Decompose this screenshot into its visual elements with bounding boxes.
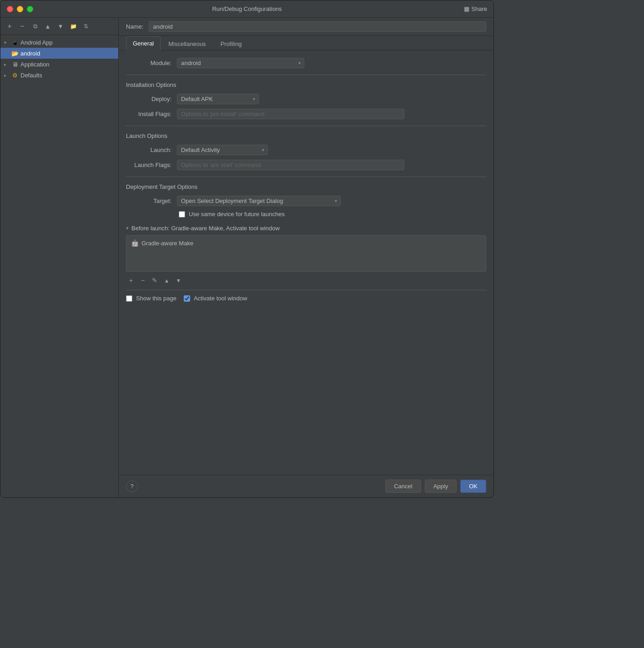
window-title: Run/Debug Configurations [212,5,282,12]
panel-content: Module: android ▾ Installation Options D… [119,51,493,475]
create-folder-button[interactable]: 📁 [68,21,79,32]
activate-tool-window-checkbox[interactable] [184,295,190,302]
launch-options-title: Launch Options [126,132,486,139]
divider-1 [126,75,486,75]
target-select[interactable]: Open Select Deployment Target Dialog [177,196,341,206]
application-icon: 🖥 [11,61,19,68]
close-button[interactable] [7,6,13,12]
divider-3 [126,177,486,177]
before-launch-remove-button[interactable]: − [138,275,148,285]
module-label: Module: [126,60,171,66]
defaults-icon: ⚙ [11,71,19,79]
tab-general[interactable]: General [126,36,161,51]
main-content: + − ⧉ ▴ ▾ 📁 ⇅ ▾ 📱 Android App 📂 android [0,18,493,497]
name-input[interactable] [149,21,486,32]
launch-label: Launch: [126,147,171,153]
use-same-device-label: Use same device for future launches [189,211,285,218]
divider-2 [126,126,486,126]
remove-configuration-button[interactable]: − [17,21,28,32]
sidebar-label-defaults: Defaults [20,72,42,79]
right-panel: Name: General Miscellaneous Profiling Mo… [119,18,493,497]
android-robot-icon: 🤖 [131,239,139,247]
add-configuration-button[interactable]: + [4,21,15,32]
bottom-bar: ? Cancel Apply OK [119,475,493,497]
bottom-left: ? [126,481,138,492]
before-launch-toolbar: + − ✎ ▴ ▾ [126,274,486,286]
ok-button[interactable]: OK [460,480,486,493]
before-launch-collapse-icon: ▾ [126,225,129,231]
before-launch-move-down-button[interactable]: ▾ [173,275,183,285]
install-flags-input[interactable] [177,109,404,119]
launch-row: Launch: Default Activity ▾ [126,145,486,155]
before-launch-add-button[interactable]: + [126,275,136,285]
module-select[interactable]: android [177,58,304,68]
before-launch-move-up-button[interactable]: ▴ [161,275,171,285]
target-select-wrapper: Open Select Deployment Target Dialog ▾ [177,196,341,206]
activate-tool-window-row: Activate tool window [184,295,247,302]
launch-select-wrapper: Default Activity ▾ [177,145,268,155]
deployment-target-title: Deployment Target Options [126,183,486,190]
module-row: Module: android ▾ [126,58,486,68]
before-launch-edit-button[interactable]: ✎ [150,275,160,285]
launch-flags-input[interactable] [177,160,404,170]
deploy-select[interactable]: Default APK [177,94,259,104]
sidebar-label-android: android [20,50,40,57]
installation-options-title: Installation Options [126,81,486,88]
android-folder-icon: 📂 [11,50,19,57]
bottom-buttons: Cancel Apply OK [385,480,486,493]
copy-configuration-button[interactable]: ⧉ [30,21,40,32]
traffic-lights [7,6,33,12]
tab-profiling[interactable]: Profiling [214,37,249,51]
show-this-page-label: Show this page [136,295,176,302]
android-app-icon: 📱 [11,39,19,46]
gradle-make-label: Gradle-aware Make [141,240,193,247]
tree-arrow-android-app: ▾ [4,40,10,45]
help-button[interactable]: ? [126,481,138,492]
sidebar-item-application[interactable]: ▸ 🖥 Application [0,59,118,70]
move-configuration-down-button[interactable]: ▾ [55,21,66,32]
sidebar-item-defaults[interactable]: ▸ ⚙ Defaults [0,70,118,81]
launch-select[interactable]: Default Activity [177,145,268,155]
apply-button[interactable]: Apply [425,480,457,493]
minimize-button[interactable] [17,6,23,12]
before-launch-header[interactable]: ▾ Before launch: Gradle-aware Make, Acti… [126,225,486,232]
module-select-wrapper: android ▾ [177,58,304,68]
name-label: Name: [126,23,143,30]
target-label: Target: [126,197,171,204]
sidebar-label-android-app: Android App [20,39,53,46]
activate-tool-window-label: Activate tool window [194,295,247,302]
install-flags-row: Install Flags: [126,109,486,119]
show-this-page-row: Show this page [126,295,176,302]
before-launch-item-gradle: 🤖 Gradle-aware Make [128,238,484,248]
tabs-bar: General Miscellaneous Profiling [119,36,493,51]
before-launch-title: Before launch: Gradle-aware Make, Activa… [131,225,280,232]
bottom-options: Show this page Activate tool window [126,290,486,306]
window: Run/Debug Configurations ▦ Share + − ⧉ ▴… [0,0,494,498]
deploy-row: Deploy: Default APK ▾ [126,94,486,104]
move-configuration-up-button[interactable]: ▴ [42,21,53,32]
launch-flags-row: Launch Flags: [126,160,486,170]
tree-arrow-defaults: ▸ [4,73,10,78]
tab-miscellaneous[interactable]: Miscellaneous [161,37,212,51]
sidebar: + − ⧉ ▴ ▾ 📁 ⇅ ▾ 📱 Android App 📂 android [0,18,119,497]
sidebar-item-android-app[interactable]: ▾ 📱 Android App [0,37,118,48]
sort-button[interactable]: ⇅ [80,21,91,32]
before-launch-list: 🤖 Gradle-aware Make [126,235,486,272]
sidebar-toolbar: + − ⧉ ▴ ▾ 📁 ⇅ [0,18,118,35]
use-same-device-checkbox[interactable] [179,211,185,218]
sidebar-tree: ▾ 📱 Android App 📂 android ▸ 🖥 Applicatio… [0,35,118,497]
deploy-select-wrapper: Default APK ▾ [177,94,259,104]
use-same-device-row: Use same device for future launches [126,211,486,218]
sidebar-label-application: Application [20,61,50,68]
target-row: Target: Open Select Deployment Target Di… [126,196,486,206]
show-this-page-checkbox[interactable] [126,295,132,302]
cancel-button[interactable]: Cancel [385,480,421,493]
tree-arrow-application: ▸ [4,62,10,67]
sidebar-item-android[interactable]: 📂 android [0,48,118,59]
share-icon: ▦ [464,5,469,12]
install-flags-label: Install Flags: [126,111,171,117]
title-bar: Run/Debug Configurations ▦ Share [0,0,493,18]
deploy-label: Deploy: [126,96,171,102]
share-button[interactable]: ▦ Share [464,5,487,12]
maximize-button[interactable] [27,6,33,12]
